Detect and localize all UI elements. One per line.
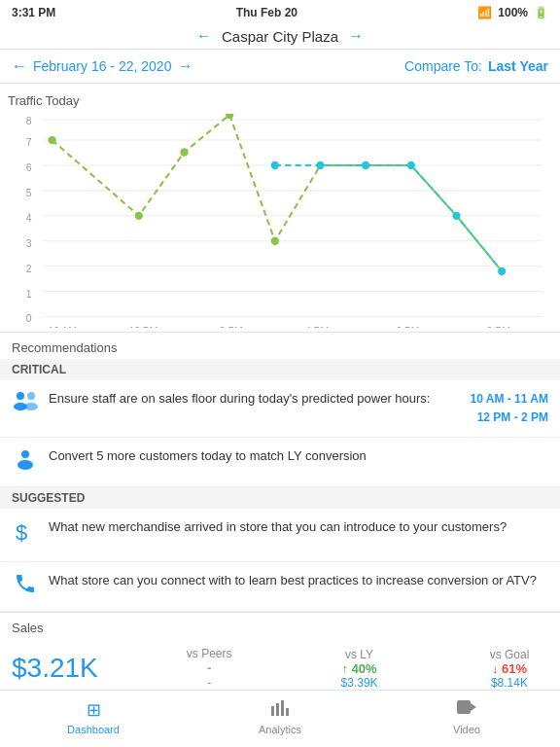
suggested-item-2-text: What store can you connect with to learn… — [49, 572, 548, 589]
wifi-icon: 📶 — [477, 6, 492, 19]
svg-text:8: 8 — [26, 116, 32, 126]
sales-title: Sales — [12, 621, 548, 635]
svg-text:1: 1 — [26, 289, 32, 300]
sales-goal-col: vs Goal ↓ 61% $8.14K — [471, 648, 548, 690]
status-time: 3:31 PM — [12, 6, 55, 19]
status-day: Thu Feb 20 — [236, 6, 298, 19]
svg-point-26 — [180, 148, 188, 156]
suggested-subheader: SUGGESTED — [0, 487, 560, 509]
svg-point-29 — [271, 161, 279, 169]
tab-video[interactable]: Video — [418, 698, 515, 735]
critical-item-1-time: 10 AM - 11 AM 12 PM - 2 PM — [471, 390, 548, 427]
recommendations-title: Recommendations — [0, 333, 560, 359]
svg-point-25 — [135, 212, 143, 220]
svg-point-38 — [24, 403, 38, 410]
svg-rect-43 — [276, 703, 279, 716]
svg-text:6: 6 — [26, 162, 32, 173]
date-nav-left: ← February 16 - 22, 2020 → — [12, 57, 192, 75]
phone-icon — [12, 572, 39, 601]
analytics-icon — [270, 698, 290, 721]
sales-ly-value: ↑ 40% — [321, 661, 399, 676]
people-icon — [12, 390, 39, 417]
svg-point-31 — [362, 161, 369, 169]
svg-text:3: 3 — [26, 238, 32, 249]
svg-marker-47 — [471, 703, 476, 711]
compare-section: Compare To: Last Year — [404, 58, 548, 74]
current-year-line — [52, 115, 503, 271]
sales-main-value: $3.21K — [12, 653, 98, 684]
suggested-item-1-text: What new merchandise arrived in store th… — [49, 518, 548, 536]
sales-goal-label: vs Goal — [471, 648, 548, 661]
sales-peers-value: - — [170, 660, 248, 675]
dollar-icon: $ — [12, 518, 39, 551]
suggested-item-1: $ What new merchandise arrived in store … — [0, 509, 560, 562]
date-nav: ← February 16 - 22, 2020 → Compare To: L… — [0, 50, 560, 84]
svg-point-39 — [21, 450, 29, 458]
svg-point-35 — [17, 392, 24, 400]
sales-main-value-container: $3.21K — [12, 653, 98, 684]
svg-text:4 PM: 4 PM — [305, 326, 329, 328]
svg-point-32 — [407, 161, 415, 169]
video-icon — [456, 698, 477, 721]
sales-peers-col: vs Peers - - — [170, 647, 248, 690]
battery-label: 100% — [498, 6, 528, 19]
svg-point-33 — [452, 212, 460, 220]
svg-text:8 PM: 8 PM — [487, 326, 510, 328]
svg-point-30 — [316, 161, 324, 169]
critical-item-2: Convert 5 more customers today to match … — [0, 438, 560, 487]
sales-ly-label: vs LY — [321, 648, 399, 661]
svg-rect-46 — [457, 700, 471, 714]
suggested-item-2: What store can you connect with to learn… — [0, 562, 560, 612]
compare-to-label: Compare To: — [404, 58, 482, 74]
battery-icon: 🔋 — [534, 6, 548, 19]
critical-subheader: CRITICAL — [0, 359, 560, 380]
date-range-label: February 16 - 22, 2020 — [33, 58, 171, 74]
sales-data-row: $3.21K vs Peers - - vs LY ↑ 40% $3.39K v… — [12, 643, 548, 694]
svg-text:4: 4 — [26, 213, 32, 224]
video-tab-label: Video — [453, 724, 480, 735]
critical-item-1-text: Ensure staff are on sales floor during t… — [49, 390, 461, 408]
chart-section: Traffic Today 0 1 2 3 4 5 6 7 8 — [0, 84, 560, 333]
svg-text:5: 5 — [26, 188, 32, 198]
dashboard-tab-label: Dashboard — [67, 724, 120, 735]
chart-svg: 0 1 2 3 4 5 6 7 8 10 AM — [8, 114, 552, 328]
critical-item-2-text: Convert 5 more customers today to match … — [49, 447, 548, 465]
critical-item-1: Ensure staff are on sales floor during t… — [0, 380, 560, 438]
svg-point-37 — [27, 392, 35, 400]
person-icon — [12, 447, 39, 477]
date-forward-arrow[interactable]: → — [177, 57, 192, 75]
tab-dashboard[interactable]: ⊞ Dashboard — [45, 699, 142, 735]
sales-peers-label: vs Peers — [170, 647, 248, 660]
back-arrow[interactable]: ← — [196, 27, 212, 45]
svg-point-28 — [271, 237, 279, 245]
svg-rect-44 — [281, 700, 284, 716]
forward-arrow[interactable]: → — [348, 27, 364, 45]
date-back-arrow[interactable]: ← — [12, 57, 27, 75]
tab-analytics[interactable]: Analytics — [231, 698, 329, 735]
svg-text:$: $ — [16, 520, 27, 545]
svg-point-24 — [48, 136, 55, 144]
top-nav: ← Caspar City Plaza → — [0, 23, 560, 50]
svg-point-34 — [498, 267, 506, 275]
sales-peers-sub: - — [170, 675, 248, 690]
status-icons: 📶 100% 🔋 — [477, 6, 548, 19]
dashboard-icon: ⊞ — [87, 699, 101, 721]
svg-text:7: 7 — [26, 137, 32, 148]
sales-goal-sub: $8.14K — [471, 676, 548, 690]
svg-text:10 AM: 10 AM — [48, 326, 76, 328]
svg-point-40 — [18, 460, 33, 470]
recommendations-section: Recommendations CRITICAL Ensure staff ar… — [0, 333, 560, 613]
sales-ly-col: vs LY ↑ 40% $3.39K — [321, 648, 399, 690]
last-year-line — [275, 165, 502, 271]
location-title: Caspar City Plaza — [222, 28, 338, 45]
analytics-tab-label: Analytics — [259, 724, 301, 735]
sales-goal-value: ↓ 61% — [471, 661, 548, 676]
svg-text:0: 0 — [26, 313, 32, 324]
sales-ly-sub: $3.39K — [321, 676, 399, 690]
chart-title: Traffic Today — [8, 93, 552, 108]
svg-text:6 PM: 6 PM — [396, 326, 419, 328]
svg-text:12 PM: 12 PM — [128, 326, 158, 328]
svg-rect-42 — [271, 706, 274, 716]
compare-value-label[interactable]: Last Year — [488, 58, 548, 74]
svg-text:2: 2 — [26, 264, 32, 274]
